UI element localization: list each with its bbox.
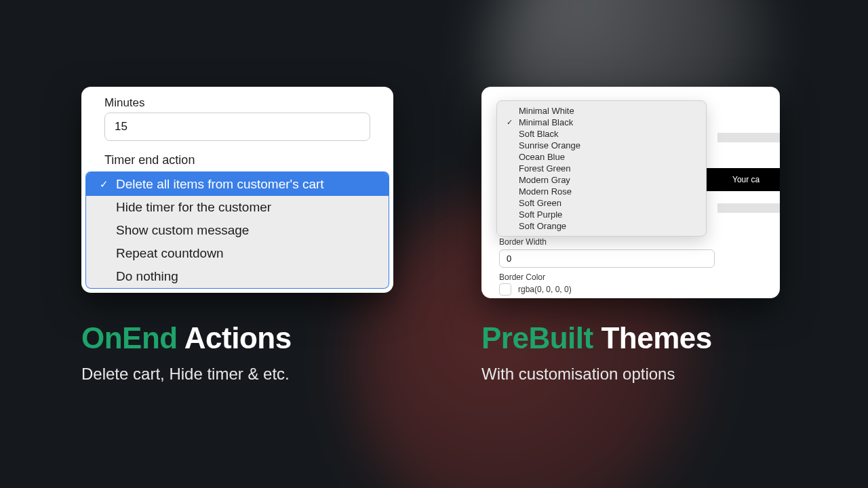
check-icon: ✓ bbox=[507, 118, 515, 127]
option-label: Do nothing bbox=[116, 269, 178, 284]
theme-option-label: Soft Black bbox=[519, 129, 559, 139]
theme-option-label: Soft Purple bbox=[519, 209, 562, 220]
preview-placeholder-bar bbox=[717, 203, 780, 213]
preview-banner: Your ca bbox=[704, 168, 780, 191]
theme-option-label: Soft Green bbox=[519, 198, 561, 208]
theme-option[interactable]: ✓Minimal White bbox=[497, 105, 706, 117]
option-label: Hide timer for the customer bbox=[116, 200, 271, 215]
onend-caption-rest: Actions bbox=[178, 321, 292, 354]
onend-caption: OnEnd Actions Delete cart, Hide timer & … bbox=[81, 321, 292, 384]
onend-caption-accent: OnEnd bbox=[81, 321, 178, 354]
onend-caption-sub: Delete cart, Hide timer & etc. bbox=[81, 365, 292, 384]
theme-option-label: Minimal Black bbox=[519, 117, 573, 127]
theme-option-label: Minimal White bbox=[519, 106, 574, 116]
themes-caption-sub: With customisation options bbox=[481, 365, 712, 384]
option-label: Repeat countdown bbox=[116, 246, 223, 261]
timer-end-action-option[interactable]: ✓Delete all items from customer's cart bbox=[86, 173, 389, 196]
minutes-label: Minutes bbox=[104, 96, 370, 110]
border-color-label: Border Color bbox=[499, 272, 545, 282]
minutes-input[interactable] bbox=[104, 113, 370, 141]
preview-banner-text: Your ca bbox=[732, 175, 760, 184]
theme-option[interactable]: ✓Minimal Black bbox=[497, 117, 706, 128]
timer-end-action-option[interactable]: ✓Do nothing bbox=[86, 265, 389, 288]
border-width-label: Border Width bbox=[499, 237, 547, 247]
themes-caption-rest: Themes bbox=[593, 321, 712, 354]
timer-end-action-option[interactable]: ✓Repeat countdown bbox=[86, 242, 389, 265]
themes-caption: PreBuilt Themes With customisation optio… bbox=[481, 321, 712, 384]
theme-option[interactable]: ✓Soft Black bbox=[497, 128, 706, 140]
timer-end-action-option[interactable]: ✓Show custom message bbox=[86, 219, 389, 242]
theme-option-label: Modern Gray bbox=[519, 175, 570, 185]
preview-placeholder-bar bbox=[717, 133, 780, 142]
theme-option-label: Modern Rose bbox=[519, 186, 572, 197]
theme-option-label: Soft Orange bbox=[519, 221, 566, 231]
theme-select-dropdown[interactable]: ✓Minimal White✓Minimal Black✓Soft Black✓… bbox=[496, 100, 707, 237]
prebuilt-themes-panel: ✓Minimal White✓Minimal Black✓Soft Black✓… bbox=[481, 87, 780, 298]
theme-option[interactable]: ✓Soft Orange bbox=[497, 220, 706, 232]
theme-option[interactable]: ✓Ocean Blue bbox=[497, 151, 706, 163]
border-width-input[interactable] bbox=[499, 249, 715, 268]
theme-option[interactable]: ✓Soft Green bbox=[497, 197, 706, 209]
timer-end-action-label: Timer end action bbox=[81, 153, 393, 167]
border-color-value: rgba(0, 0, 0, 0) bbox=[518, 285, 572, 294]
theme-option[interactable]: ✓Forest Green bbox=[497, 163, 706, 174]
option-label: Show custom message bbox=[116, 223, 249, 238]
check-icon: ✓ bbox=[98, 178, 109, 190]
onend-actions-panel: Minutes Timer end action ✓Delete all ite… bbox=[81, 87, 393, 293]
option-label: Delete all items from customer's cart bbox=[116, 177, 324, 192]
timer-end-action-option[interactable]: ✓Hide timer for the customer bbox=[86, 196, 389, 219]
theme-option-label: Ocean Blue bbox=[519, 152, 565, 162]
themes-caption-accent: PreBuilt bbox=[481, 321, 593, 354]
border-color-swatch[interactable] bbox=[499, 283, 511, 296]
theme-option[interactable]: ✓Modern Gray bbox=[497, 174, 706, 186]
theme-option[interactable]: ✓Soft Purple bbox=[497, 209, 706, 220]
theme-option[interactable]: ✓Modern Rose bbox=[497, 186, 706, 197]
theme-option-label: Sunrise Orange bbox=[519, 140, 580, 150]
theme-option-label: Forest Green bbox=[519, 163, 571, 174]
theme-option[interactable]: ✓Sunrise Orange bbox=[497, 140, 706, 151]
timer-end-action-dropdown[interactable]: ✓Delete all items from customer's cart✓H… bbox=[85, 171, 389, 289]
